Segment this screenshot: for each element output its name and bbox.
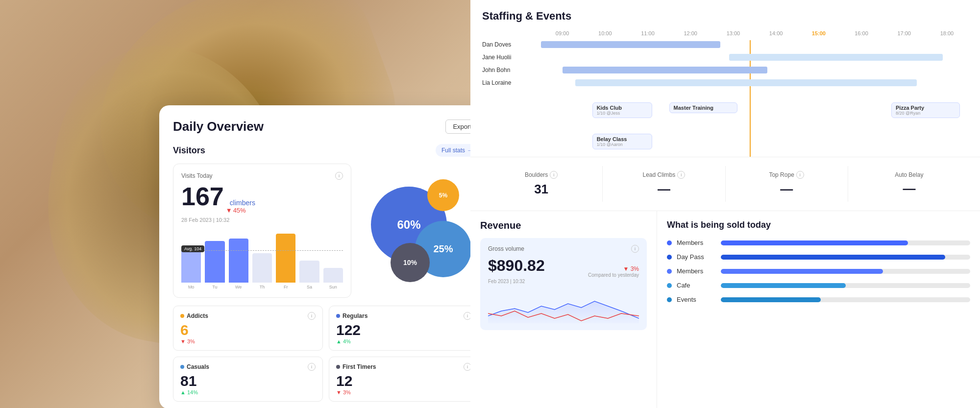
- first-timers-number: 12: [336, 374, 471, 388]
- info-icon-addicts[interactable]: i: [308, 312, 316, 320]
- visitors-section-title: Visitors: [173, 145, 205, 156]
- sold-item-members2: Members: [667, 267, 970, 275]
- fill-members1: [721, 240, 908, 245]
- info-icon-top-rope[interactable]: i: [796, 171, 804, 179]
- visits-today-box: Visits Today i 167 climbers ▼ 45% 28 Feb…: [173, 164, 351, 298]
- fill-daypass: [721, 255, 945, 260]
- sold-name-members2: Members: [677, 267, 716, 275]
- sold-name-events: Events: [677, 296, 716, 303]
- stat-block-top-rope: Top Rope i —: [726, 166, 848, 202]
- first-timers-change: ▼ 3%: [336, 389, 471, 395]
- sparkline-svg: [488, 289, 639, 323]
- daily-overview-card: Daily Overview Export Visitors Full stat…: [159, 105, 492, 408]
- visits-date: 28 Feb 2023 | 10:32: [181, 217, 343, 223]
- time-1500: 15:00: [797, 30, 840, 36]
- daily-overview-title: Daily Overview: [173, 119, 264, 134]
- stat-addicts: Addicts i 6 ▼ 3%: [173, 306, 323, 351]
- bar-th-fill: [252, 253, 272, 283]
- dot-members1: [667, 240, 672, 245]
- gross-label: Gross volume i: [488, 245, 639, 253]
- bubble-5: 5%: [427, 179, 459, 211]
- time-1300: 13:00: [712, 30, 755, 36]
- sold-item-members1: Members: [667, 239, 970, 246]
- staff-jane: Jane Huolii: [482, 53, 968, 62]
- bar-members2: [721, 269, 970, 274]
- sold-name-members1: Members: [677, 239, 716, 246]
- time-1100: 11:00: [626, 30, 669, 36]
- sold-item-daypass: Day Pass: [667, 253, 970, 261]
- staff-john: John Bohn: [482, 66, 968, 74]
- visits-unit: climbers: [230, 199, 255, 207]
- time-0900: 09:00: [541, 30, 584, 36]
- bar-mo-fill: [181, 248, 201, 283]
- info-icon[interactable]: i: [335, 172, 343, 180]
- event-bar-container-2: Belay Class 1/10 @Aaron: [541, 132, 968, 141]
- stat-block-lead-climbs: Lead Climbs i —: [603, 166, 725, 202]
- stat-casuals: Casuals i 81 ▲ 14%: [173, 357, 323, 402]
- gross-change: ▼ 3%: [588, 265, 639, 272]
- staff-bar-lia: [541, 78, 968, 87]
- staff-bar-dan: [541, 40, 968, 49]
- revenue-title: Revenue: [480, 220, 647, 231]
- compared-label: Compared to yesterday: [588, 272, 639, 278]
- dot-addicts: [180, 314, 184, 318]
- event-pizza-party[interactable]: Pizza Party 8/20 @Ryan: [891, 102, 960, 118]
- sold-item-events: Events: [667, 296, 970, 303]
- fill-cafe: [721, 283, 846, 288]
- event-master-training[interactable]: Master Training: [669, 102, 738, 113]
- bar-daypass: [721, 255, 970, 260]
- sold-name-cafe: Cafe: [677, 282, 716, 289]
- bar-sa: Sa: [299, 261, 319, 289]
- info-icon-gross[interactable]: i: [631, 245, 639, 253]
- event-belay-class[interactable]: Belay Class 1/10 @Aaron: [592, 134, 652, 149]
- time-1800: 18:00: [926, 30, 968, 36]
- regulars-label: Regulars: [343, 312, 368, 319]
- visits-change: ▼ 45%: [226, 207, 255, 214]
- sold-title: What is being sold today: [667, 220, 970, 230]
- time-1700: 17:00: [883, 30, 926, 36]
- fill-events: [721, 297, 821, 302]
- event-kids-club-1[interactable]: Kids Club 1/10 @Jess: [592, 102, 652, 118]
- gross-volume-label: Gross volume: [488, 245, 524, 252]
- auto-belay-value: —: [853, 181, 965, 196]
- bubble-chart-area: 60% 5% 25% 10%: [361, 164, 479, 298]
- regulars-number: 122: [336, 323, 471, 337]
- bubble-10: 10%: [391, 243, 430, 282]
- regulars-change: ▲ 4%: [336, 338, 471, 344]
- staff-rows: Dan Doves Jane Huolii John Bohn Lia Lora…: [482, 40, 968, 157]
- event-row-1: Kids Club 1/10 @Jess Master Training Piz…: [482, 91, 968, 119]
- bar-events: [721, 297, 970, 302]
- boulders-value: 31: [485, 182, 597, 197]
- info-icon-boulders[interactable]: i: [550, 171, 558, 179]
- bar-we-fill: [229, 239, 248, 283]
- stat-block-auto-belay: Auto Belay —: [848, 167, 970, 201]
- dot-members2: [667, 269, 672, 274]
- gross-volume-box: Gross volume i $890.82 ▼ 3% Compared to …: [480, 238, 647, 330]
- first-timers-label: First Timers: [343, 363, 376, 370]
- casuals-label: Casuals: [187, 363, 209, 370]
- casuals-number: 81: [180, 374, 316, 388]
- stats-grid: Addicts i 6 ▼ 3% Regulars i 122 ▲ 4%: [173, 306, 479, 402]
- dot-casuals: [180, 365, 184, 369]
- staff-bar-john: [541, 66, 968, 74]
- stats-blocks-row: Boulders i 31 Lead Climbs i — Top Rope i…: [470, 157, 980, 211]
- staff-name-jane: Jane Huolii: [482, 54, 541, 61]
- stat-first-timers: First Timers i 12 ▼ 3%: [329, 357, 479, 402]
- bar-sa-fill: [299, 261, 319, 283]
- avg-label: Avg. 104: [181, 245, 204, 252]
- bar-chart: Avg. 104 Mo Tu We Th: [181, 231, 343, 289]
- bar-members1: [721, 240, 970, 245]
- bar-mo: Mo: [181, 248, 201, 289]
- bar-jane: [729, 54, 943, 61]
- lead-climbs-value: —: [608, 182, 720, 197]
- time-1000: 10:00: [584, 30, 626, 36]
- info-icon-lead-climbs[interactable]: i: [677, 171, 685, 179]
- info-icon-casuals[interactable]: i: [308, 363, 316, 371]
- staff-bar-jane: [541, 53, 968, 62]
- stat-regulars: Regulars i 122 ▲ 4%: [329, 306, 479, 351]
- time-1600: 16:00: [840, 30, 882, 36]
- bar-lia: [575, 79, 917, 86]
- bar-tu: Tu: [205, 241, 224, 289]
- sold-item-cafe: Cafe: [667, 282, 970, 289]
- fill-members2: [721, 269, 883, 274]
